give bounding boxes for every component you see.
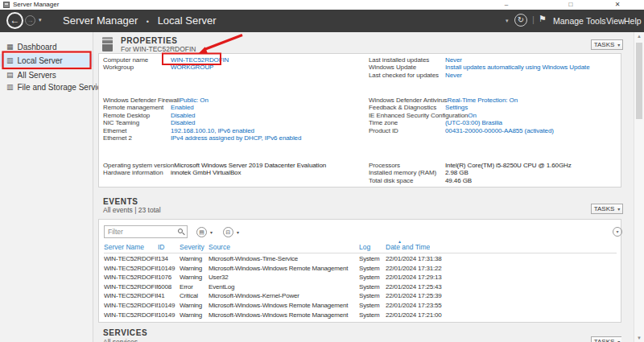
scroll-up-icon[interactable]: ▲: [634, 34, 644, 39]
property-value-link[interactable]: Install updates automatically using Wind…: [445, 64, 590, 71]
vertical-scrollbar[interactable]: ▲ ▼: [634, 32, 644, 342]
cell-source: Microsoft-Windows-Kernel-Power: [208, 291, 359, 301]
menu-tools[interactable]: Tools: [586, 16, 606, 26]
breadcrumb-root[interactable]: Server Manager: [63, 14, 138, 27]
chevron-down-icon: ▾: [617, 339, 620, 342]
maximize-button[interactable]: □: [563, 0, 579, 10]
property-label: Hardware information: [103, 169, 171, 176]
cell-id: 10149: [158, 264, 180, 274]
app-icon: [3, 2, 10, 8]
menu-view[interactable]: View: [606, 16, 625, 26]
property-value-link[interactable]: IPv4 address assigned by DHCP, IPv6 enab…: [171, 134, 301, 142]
property-label: Last installed updates: [369, 56, 445, 64]
minimize-button[interactable]: –: [498, 0, 514, 10]
property-value-link[interactable]: Settings: [445, 104, 468, 111]
forward-button[interactable]: →: [25, 15, 35, 26]
property-label: Workgroup: [103, 64, 171, 71]
column-header-source[interactable]: Source: [208, 243, 359, 251]
events-tasks-button[interactable]: TASKS ▾: [591, 204, 623, 214]
sidebar-item-dashboard[interactable]: ▦ Dashboard: [0, 40, 93, 53]
property-value-link[interactable]: Never: [445, 72, 462, 79]
properties-tasks-button[interactable]: TASKS ▾: [591, 39, 623, 50]
servers-icon: ▤: [6, 71, 14, 79]
property-label: IE Enhanced Security Configuration: [369, 112, 468, 119]
events-table-body: WIN-TEC52RDOFIN134WarningMicrosoft-Windo…: [104, 254, 619, 319]
back-button[interactable]: ←: [6, 12, 23, 29]
properties-group-hardware: ProcessorsIntel(R) Core(TM) i5-8250U CPU…: [369, 162, 572, 184]
notifications-flag-icon[interactable]: ⚑: [539, 14, 547, 24]
property-value-link[interactable]: Real-Time Protection: On: [447, 97, 518, 104]
event-row[interactable]: WIN-TEC52RDOFIN134WarningMicrosoft-Windo…: [104, 254, 619, 264]
events-subtitle: All events | 23 total: [103, 206, 161, 214]
close-button[interactable]: ✕: [609, 0, 625, 10]
services-tasks-button[interactable]: TASKS ▾: [591, 336, 621, 342]
property-value-link[interactable]: Disabled: [171, 112, 195, 119]
refresh-dropdown-icon[interactable]: ▾: [506, 18, 509, 24]
property-label: Ethernet 2: [103, 134, 171, 142]
events-filter-input[interactable]: [104, 225, 188, 238]
event-row[interactable]: WIN-TEC52RDOFIN1076WarningUser32System22…: [104, 273, 619, 282]
event-row[interactable]: WIN-TEC52RDOFIN10149WarningMicrosoft-Win…: [104, 264, 619, 274]
column-header-date-time[interactable]: Date and Time: [386, 243, 430, 251]
property-label: Processors: [369, 162, 445, 169]
event-row[interactable]: WIN-TEC52RDOFIN10149WarningMicrosoft-Win…: [104, 311, 619, 320]
event-row[interactable]: WIN-TEC52RDOFIN41CriticalMicrosoft-Windo…: [104, 291, 619, 301]
events-title: EVENTS: [103, 197, 138, 206]
cell-server: WIN-TEC52RDOFIN: [104, 254, 158, 264]
computer-name-link[interactable]: WIN-TEC52RDOFIN: [171, 56, 229, 64]
tasks-label: TASKS: [594, 41, 615, 48]
column-header-log[interactable]: Log: [359, 243, 386, 251]
property-value-link[interactable]: Enabled: [171, 104, 194, 111]
menu-manage[interactable]: Manage: [553, 16, 584, 26]
property-value-link[interactable]: Disabled: [171, 119, 195, 126]
property-value-link[interactable]: Never: [445, 56, 462, 64]
property-value-link[interactable]: On: [468, 112, 476, 119]
window-title: Server Manager: [13, 1, 59, 8]
sidebar-item-label: All Servers: [18, 71, 56, 80]
history-dropdown-icon[interactable]: ▾: [39, 17, 42, 23]
cell-log: System: [359, 264, 386, 274]
sidebar-item-all-servers[interactable]: ▤ All Servers: [0, 68, 93, 81]
property-value: 2.98 GB: [445, 169, 469, 176]
saved-queries-button[interactable]: ▤: [196, 227, 207, 237]
property-value: Intel(R) Core(TM) i5-8250U CPU @ 1.60GHz: [445, 162, 572, 169]
column-header-id[interactable]: ID: [158, 243, 180, 251]
cell-log: System: [359, 273, 386, 282]
sidebar-item-file-storage-services[interactable]: ▥ File and Storage Services ▶: [0, 80, 93, 93]
sort-ascending-icon: ▲: [398, 239, 402, 244]
sidebar-item-local-server[interactable]: ▥ Local Server: [0, 54, 93, 67]
column-header-severity[interactable]: Severity: [180, 243, 208, 251]
cell-server: WIN-TEC52RDOFIN: [104, 301, 158, 311]
chevron-down-icon[interactable]: ▾: [237, 229, 239, 235]
search-icon: [178, 229, 183, 233]
scrollbar-thumb[interactable]: [636, 43, 642, 119]
properties-group-network: Windows Defender FirewallPublic: On Remo…: [103, 97, 301, 142]
refresh-icon[interactable]: ↻: [514, 14, 527, 27]
property-value-link[interactable]: (UTC-03:00) Brasilia: [445, 119, 502, 126]
property-value-link[interactable]: 00431-20000-00000-AA855 (activated): [445, 127, 554, 134]
property-label: Remote management: [103, 104, 171, 111]
cell-source: Microsoft-Windows-Windows Remote Managem…: [208, 264, 359, 274]
cell-severity: Error: [180, 282, 208, 292]
cell-id: 6008: [158, 282, 180, 292]
properties-group-security: Windows Defender AntivirusReal-Time Prot…: [369, 97, 554, 134]
server-icon: ▥: [6, 56, 14, 64]
column-header-server-name[interactable]: Server Name: [104, 243, 158, 251]
property-value-link[interactable]: 192.168.100.10, IPv6 enabled: [171, 127, 254, 134]
chevron-down-icon[interactable]: ▾: [210, 229, 213, 235]
event-row[interactable]: WIN-TEC52RDOFIN6008ErrorEventLogSystem22…: [104, 282, 619, 292]
cell-datetime: 22/01/2024 17:25:43: [386, 282, 619, 292]
query-settings-button[interactable]: ⊟: [223, 227, 233, 237]
workgroup-link[interactable]: WORKGROUP: [171, 64, 213, 71]
scroll-down-icon[interactable]: ▼: [634, 336, 644, 340]
event-row[interactable]: WIN-TEC52RDOFIN10149WarningMicrosoft-Win…: [104, 301, 619, 311]
breadcrumb: Server Manager • Local Server: [63, 14, 217, 27]
menu-help[interactable]: Help: [624, 16, 642, 26]
cell-severity: Warning: [180, 273, 208, 282]
events-table-header: Server Name ID Severity Source Log Date …: [104, 243, 430, 251]
cell-datetime: 22/01/2024 17:29:13: [386, 273, 619, 282]
properties-title: PROPERTIES: [121, 36, 177, 45]
property-value-link[interactable]: Public: On: [180, 97, 208, 104]
collapse-tile-button[interactable]: ▾: [613, 227, 622, 237]
cell-id: 10149: [158, 311, 180, 320]
